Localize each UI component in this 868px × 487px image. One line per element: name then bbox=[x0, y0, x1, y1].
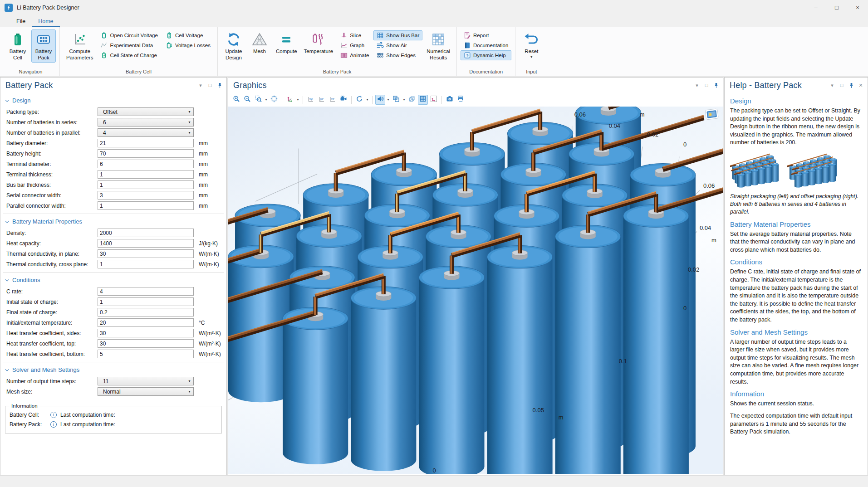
field-bus-bar-thickness[interactable] bbox=[98, 180, 194, 189]
graph-button[interactable]: Graph bbox=[337, 40, 372, 50]
graphics-canvas[interactable]: 0.060.04m0.0200.060.04m0.0200.10.05m0 bbox=[228, 107, 723, 474]
field-battery-diameter[interactable] bbox=[98, 139, 194, 147]
dynamic-help-button[interactable]: ?Dynamic Help bbox=[461, 50, 511, 60]
reset-button[interactable]: Reset▾ bbox=[519, 29, 544, 60]
transparency-button[interactable] bbox=[391, 95, 401, 105]
documentation-button[interactable]: Documentation bbox=[461, 40, 511, 50]
field-final-state-of-charge[interactable] bbox=[98, 308, 194, 317]
scene-light-button[interactable] bbox=[375, 95, 385, 105]
open-circuit-voltage-button[interactable]: Open Circuit Voltage bbox=[97, 30, 161, 40]
chevron-down-icon[interactable]: ▾ bbox=[694, 83, 700, 88]
info-icon[interactable]: i bbox=[50, 421, 57, 428]
compute-button[interactable]: Compute bbox=[273, 29, 300, 56]
scene-camera-button[interactable] bbox=[338, 95, 348, 105]
snapshot-icon bbox=[446, 95, 453, 104]
view-xz-button[interactable]: xz bbox=[328, 95, 338, 105]
button-label: Mesh bbox=[253, 48, 266, 54]
field-packing-type[interactable]: Offset▾ bbox=[98, 107, 194, 116]
report-button[interactable]: Report bbox=[461, 30, 511, 40]
cell-state-of-charge-button[interactable]: Cell State of Charge bbox=[97, 50, 161, 60]
field-heat-transfer-coefficient-bottom[interactable] bbox=[98, 350, 194, 358]
axes-window-button[interactable] bbox=[429, 95, 439, 105]
zoom-in-button[interactable] bbox=[231, 95, 241, 105]
view-thumbnail-icon[interactable] bbox=[705, 109, 718, 120]
chevron-down-icon[interactable]: ▾ bbox=[530, 55, 532, 59]
field-terminal-diameter[interactable] bbox=[98, 160, 194, 168]
rotate-button[interactable] bbox=[354, 95, 364, 105]
close-button[interactable]: × bbox=[847, 0, 868, 15]
zoom-extents-button[interactable] bbox=[269, 95, 279, 105]
chevron-down-icon[interactable]: ▾ bbox=[829, 83, 835, 88]
section-header-battery-material-properties[interactable]: Battery Material Properties bbox=[6, 218, 226, 225]
experimental-data-icon bbox=[100, 42, 108, 49]
voltage-losses-button[interactable]: Voltage Losses bbox=[162, 40, 214, 50]
section-header-design[interactable]: Design bbox=[6, 97, 226, 104]
tab-file[interactable]: File bbox=[10, 16, 32, 27]
cell-voltage-button[interactable]: Cell Voltage bbox=[162, 30, 214, 40]
experimental-data-button[interactable]: Experimental Data bbox=[97, 40, 161, 50]
float-window-icon[interactable]: □ bbox=[703, 83, 710, 88]
snapshot-button[interactable] bbox=[445, 95, 455, 105]
float-window-icon[interactable]: □ bbox=[839, 83, 845, 88]
show-edges-button[interactable]: Show Edges bbox=[373, 50, 422, 60]
mesh-button[interactable]: Mesh bbox=[247, 29, 272, 56]
view-yz-button[interactable]: yz bbox=[317, 95, 327, 105]
print-button[interactable] bbox=[456, 95, 466, 105]
temperature-button[interactable]: Temperature bbox=[301, 29, 336, 56]
chevron-down-icon[interactable]: ▾ bbox=[402, 98, 406, 102]
field-parallel-connector-width[interactable] bbox=[98, 201, 194, 210]
chevron-down-icon[interactable]: ▾ bbox=[197, 83, 204, 88]
close-icon[interactable]: × bbox=[858, 82, 864, 89]
chevron-down-icon[interactable]: ▾ bbox=[386, 98, 390, 102]
animate-button[interactable]: Animate bbox=[337, 50, 372, 60]
field-mesh-size[interactable]: Normal▾ bbox=[98, 387, 194, 396]
wireframe-button[interactable] bbox=[407, 95, 417, 105]
section-header-conditions[interactable]: Conditions bbox=[6, 277, 226, 283]
field-c-rate[interactable] bbox=[98, 287, 194, 296]
field-number-of-batteries-in-parallel[interactable]: 4▾ bbox=[98, 128, 194, 137]
field-initial-external-temperature[interactable] bbox=[98, 318, 194, 327]
float-window-icon[interactable]: □ bbox=[207, 83, 213, 88]
show-bus-bar-icon bbox=[377, 32, 384, 39]
zoom-box-button[interactable] bbox=[253, 95, 263, 105]
form-row-terminal-thickness: Terminal thickness:mm bbox=[6, 170, 226, 179]
pin-icon[interactable] bbox=[713, 83, 719, 88]
zoom-out-button[interactable] bbox=[242, 95, 252, 105]
chevron-down-icon[interactable]: ▾ bbox=[264, 98, 268, 102]
field-number-of-output-time-steps[interactable]: 11▾ bbox=[98, 377, 194, 385]
field-density[interactable] bbox=[98, 229, 194, 237]
field-number-of-batteries-in-series[interactable]: 6▾ bbox=[98, 118, 194, 127]
update-design-button[interactable]: UpdateDesign bbox=[221, 29, 246, 63]
field-heat-transfer-coefficient-top[interactable] bbox=[98, 339, 194, 348]
chevron-down-icon[interactable]: ▾ bbox=[296, 98, 300, 102]
field-battery-height[interactable] bbox=[98, 149, 194, 158]
tab-home[interactable]: Home bbox=[32, 16, 59, 27]
field-initial-state-of-charge[interactable] bbox=[98, 297, 194, 306]
field-heat-capacity[interactable] bbox=[98, 239, 194, 248]
compute-parameters-button[interactable]: ComputeParameters bbox=[64, 29, 96, 63]
pin-icon[interactable] bbox=[848, 83, 854, 88]
show-air-button[interactable]: Show Air bbox=[373, 40, 422, 50]
show-bus-bar-button[interactable]: Show Bus Bar bbox=[373, 30, 422, 40]
maximize-button[interactable]: □ bbox=[826, 0, 847, 15]
slice-button[interactable]: Slice bbox=[337, 30, 372, 40]
chevron-down-icon[interactable]: ▾ bbox=[365, 98, 369, 102]
field-heat-transfer-coefficient-sides[interactable] bbox=[98, 329, 194, 337]
battery-pack-button[interactable]: BatteryPack bbox=[31, 29, 56, 63]
grid-button[interactable] bbox=[418, 95, 428, 105]
field-thermal-conductivity-in-plane[interactable] bbox=[98, 249, 194, 258]
info-icon[interactable]: i bbox=[50, 412, 57, 418]
pin-icon[interactable] bbox=[216, 83, 223, 88]
view-xy-button[interactable]: xy bbox=[306, 95, 316, 105]
information-row: Battery Pack:iLast computation time: bbox=[10, 419, 217, 429]
field-serial-connector-width[interactable] bbox=[98, 191, 194, 200]
wireframe-icon bbox=[408, 95, 416, 104]
battery-cell-button[interactable]: BatteryCell bbox=[5, 29, 30, 63]
field-thermal-conductivity-cross-plane[interactable] bbox=[98, 260, 194, 268]
numerical-results-button[interactable]: NumericalResults bbox=[424, 29, 453, 63]
default-view-button[interactable] bbox=[285, 95, 295, 105]
minimize-button[interactable]: – bbox=[805, 0, 826, 15]
selected-value: Normal bbox=[98, 389, 186, 395]
section-header-solver-and-mesh-settings[interactable]: Solver and Mesh Settings bbox=[6, 366, 226, 373]
field-terminal-thickness[interactable] bbox=[98, 170, 194, 179]
